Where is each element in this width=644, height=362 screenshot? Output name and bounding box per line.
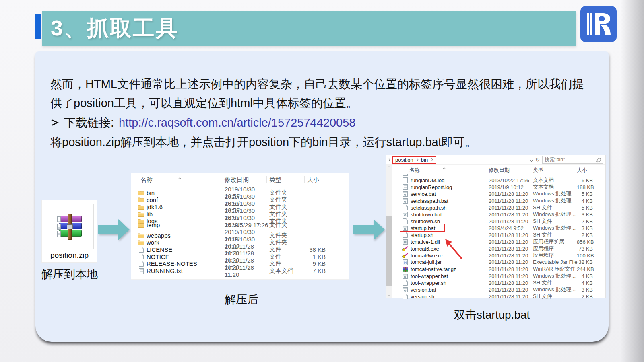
- table-row[interactable]: tcnative-1.dll2011/11/28 11:20应用程序扩展856 …: [392, 238, 605, 245]
- screen-edge-shade: [621, 0, 644, 362]
- breadcrumb-item[interactable]: bin: [421, 157, 428, 163]
- file-size: 5 KB: [577, 205, 594, 211]
- bat-icon: [402, 226, 408, 231]
- file-size: 6 KB: [577, 177, 594, 183]
- bat-icon: [402, 212, 408, 217]
- file-type: 应用程序: [533, 252, 577, 259]
- file-name: setclasspath.sh: [411, 205, 447, 211]
- file-date: 2019/1/9 10:12: [489, 184, 533, 190]
- file-type: 文件夹: [269, 203, 307, 211]
- file-type: 文件: [269, 260, 307, 267]
- extracted-folder-explorer: 名称修改日期类型大小 bin2019/10/30 13:59文件夹conf201…: [131, 173, 349, 280]
- column-header[interactable]: 名称: [392, 167, 489, 174]
- column-header[interactable]: 名称: [131, 176, 225, 184]
- table-row[interactable]: temp2019/5/29 17:26文件夹: [131, 221, 349, 228]
- file-size: 3 KB: [577, 212, 594, 218]
- file-date: 2011/11/28 11:20: [489, 294, 533, 300]
- file-date: 2011/11/28 11:20: [489, 266, 533, 272]
- file-type: 文件: [269, 246, 307, 253]
- folder-icon: [138, 222, 144, 228]
- file-name: version.sh: [411, 294, 434, 300]
- search-text: 搜索"bin": [545, 156, 596, 163]
- jar-icon: [402, 259, 408, 265]
- file-type: 文件: [269, 253, 307, 261]
- download-link[interactable]: http://c.raqsoft.com.cn/article/15725744…: [119, 113, 355, 132]
- table-row[interactable]: tomcat6.exe2011/11/28 11:20应用程序73 KB: [392, 245, 605, 252]
- file-size: 188 KB: [577, 184, 594, 190]
- blank-icon: [402, 205, 408, 210]
- column-header[interactable]: 类型: [269, 176, 307, 184]
- column-header[interactable]: 修改日期: [225, 176, 269, 184]
- refresh-icon[interactable]: ↻: [535, 157, 540, 162]
- scroll-down-icon[interactable]: [388, 294, 390, 296]
- blank-icon: [402, 294, 408, 299]
- file-size: 9 KB: [307, 260, 326, 267]
- table-row[interactable]: startup.bat2019/4/24 9:52Windows 批处理...3…: [392, 224, 605, 231]
- file-type: Executable Jar File: [533, 259, 577, 265]
- table-row[interactable]: setclasspath.sh2011/11/28 11:20SH 文件5 KB: [392, 204, 605, 211]
- scrollbar-thumb[interactable]: [386, 216, 392, 286]
- zip-file-card[interactable]: position.zip: [41, 200, 97, 263]
- scroll-up-icon[interactable]: [388, 166, 390, 169]
- table-row[interactable]: shutdown.bat2011/11/28 11:20Windows 批处理.…: [392, 211, 605, 218]
- address-dropdown-icon[interactable]: [530, 158, 534, 162]
- table-row[interactable]: tomcat-juli.jar2011/11/28 11:20Executabl…: [392, 259, 605, 265]
- table-row[interactable]: service.bat2011/11/28 11:20Windows 批处理..…: [392, 190, 605, 197]
- file-date: 2011/11/28 11:20: [489, 287, 533, 293]
- table-row[interactable]: version.sh2011/11/28 11:20SH 文件2 KB: [392, 293, 605, 300]
- file-type: 文件夹: [269, 239, 307, 246]
- file-date: 2011/11/28 11:20: [225, 264, 269, 278]
- table-row[interactable]: tool-wrapper.sh2011/11/28 11:20SH 文件4 KB: [392, 279, 605, 286]
- breadcrumb-lead-chevron-icon: [388, 158, 390, 161]
- table-row[interactable]: webapps2019/10/30 14:00文件夹: [131, 228, 349, 236]
- file-name: setclasspath.bat: [411, 198, 448, 204]
- table-row[interactable]: bin2019/10/30 13:59文件夹: [131, 186, 349, 193]
- column-header-row[interactable]: 名称修改日期类型大小: [392, 165, 605, 174]
- file-size: 7 KB: [307, 267, 326, 274]
- column-header[interactable]: 类型: [533, 167, 577, 174]
- search-icon: [597, 158, 601, 162]
- file-date: 2011/11/28 11:20: [489, 198, 533, 204]
- blank-icon: [402, 280, 408, 286]
- blank-icon: [138, 254, 144, 259]
- column-header[interactable]: 大小: [307, 176, 326, 184]
- page-title: 3、抓取工具: [51, 14, 179, 43]
- column-header-row[interactable]: 名称修改日期类型大小: [131, 173, 349, 186]
- file-name: LICENSE: [147, 246, 172, 253]
- table-row[interactable]: shutdown.sh2011/11/28 11:20SH 文件2 KB: [392, 218, 605, 224]
- table-row[interactable]: tomcat6w.exe2011/11/28 11:20应用程序100 KB: [392, 252, 605, 259]
- flow-arrow-1-icon: [98, 219, 130, 242]
- file-type: SH 文件: [533, 293, 577, 300]
- file-date: 2011/11/28 11:20: [489, 280, 533, 286]
- file-size: 73 KB: [577, 246, 594, 252]
- bat-icon: [402, 287, 408, 292]
- table-row[interactable]: startup.sh2011/11/28 11:20SH 文件2 KB: [392, 231, 605, 238]
- zip-filename: position.zip: [42, 251, 97, 260]
- table-row[interactable]: version.bat2011/11/28 11:20Windows 批处理..…: [392, 286, 605, 293]
- blank-icon: [138, 261, 144, 267]
- search-input[interactable]: 搜索"bin": [542, 156, 603, 164]
- file-date: 2019/5/29 17:26: [225, 222, 269, 228]
- blank-icon: [138, 247, 144, 253]
- table-row[interactable]: runqianDM.log2013/10/22 17:56文本文档6 KB: [392, 177, 605, 183]
- file-type: 文本文档: [269, 267, 307, 275]
- file-type: 文件夹: [269, 196, 307, 204]
- file-name: tool-wrapper.sh: [411, 280, 446, 286]
- table-row[interactable]: tool-wrapper.bat2011/11/28 11:20Windows …: [392, 272, 605, 279]
- table-row[interactable]: setclasspath.bat2011/11/28 11:20Windows …: [392, 197, 605, 204]
- file-size: 4 KB: [577, 280, 594, 286]
- breadcrumb-item[interactable]: position: [395, 157, 413, 163]
- scrollbar[interactable]: [386, 165, 392, 298]
- breadcrumb[interactable]: positionbin: [392, 156, 436, 164]
- address-bar[interactable]: positionbin ↻ 搜索"bin": [386, 155, 605, 165]
- file-size: 2 KB: [577, 218, 594, 224]
- table-row[interactable]: runqianReport.log2019/1/9 10:12文本文档188 K…: [392, 183, 605, 190]
- file-type: Windows 批处理...: [533, 211, 577, 218]
- dll-icon: [402, 239, 408, 245]
- column-header[interactable]: 修改日期: [489, 167, 533, 174]
- table-row[interactable]: tomcat-native.tar.gz2011/11/28 11:20WinR…: [392, 265, 605, 272]
- intro-line-1: 然而，HTML文件通常比上述示例中的内容复杂，自己去数某个位置的标签序号显然很困…: [50, 75, 604, 94]
- column-header[interactable]: 大小: [577, 167, 594, 174]
- file-type: 应用程序扩展: [533, 238, 577, 245]
- file-date: 2011/11/28 11:20: [489, 239, 533, 245]
